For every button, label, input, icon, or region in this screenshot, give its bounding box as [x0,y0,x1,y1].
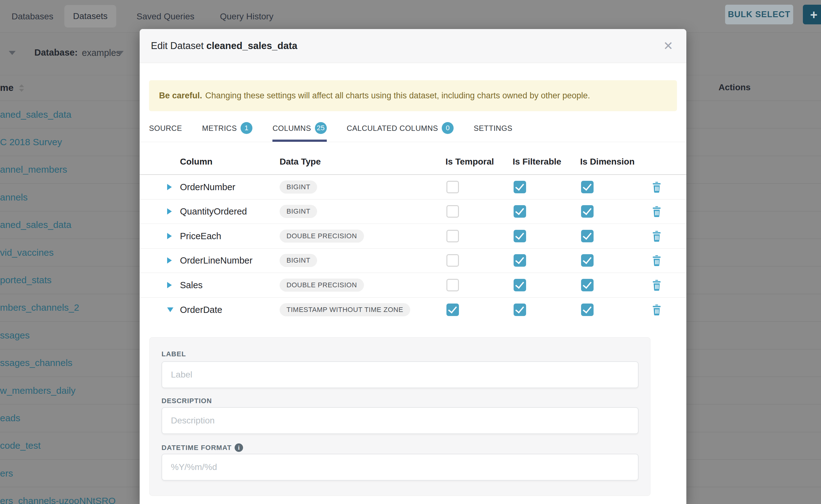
dataset-link[interactable]: C 2018 Survey [0,137,62,147]
modal-title-dataset-name: cleaned_sales_data [206,40,297,51]
data-type-badge: TIMESTAMP WITHOUT TIME ZONE [279,303,410,316]
bulk-select-button[interactable]: BULK SELECT [725,5,793,24]
delete-column-button[interactable] [651,255,662,266]
dataset-link[interactable]: aned_sales_data [0,220,72,230]
warning-text: Changing these settings will affect all … [205,91,590,101]
dataset-link[interactable]: code_test [0,440,41,451]
datetime-format-input[interactable] [161,454,639,481]
is-filterable-checkbox[interactable] [514,304,526,316]
columns-table-body: OrderNumberBIGINTQuantityOrderedBIGINTPr… [140,175,686,322]
nav-item-databases[interactable]: Databases [12,0,53,33]
expand-caret-icon[interactable] [167,257,172,264]
is-temporal-checkbox[interactable] [447,254,459,267]
calculated-columns-count-badge: 0 [442,122,454,134]
expand-caret-icon[interactable] [167,233,172,239]
dataset-link[interactable]: aned_sales_data [0,109,72,120]
header-is-dimension: Is Dimension [580,157,635,167]
nav-item-query-history[interactable]: Query History [220,0,273,33]
collapse-caret-icon[interactable] [167,307,173,312]
is-filterable-checkbox[interactable] [514,279,526,291]
is-temporal-checkbox[interactable] [447,230,459,242]
nav-item-datasets-active[interactable]: Datasets [64,5,116,27]
dataset-link[interactable]: annel_members [0,164,67,175]
dataset-link[interactable]: ssages [0,330,30,341]
is-dimension-checkbox[interactable] [581,279,594,291]
name-column-header: me [0,82,13,93]
column-name: PriceEach [180,231,221,241]
is-dimension-checkbox[interactable] [581,181,594,193]
is-dimension-checkbox[interactable] [581,230,594,242]
modal-tabs: SOURCE METRICS 1 COLUMNS 25 CALCULATED C… [140,119,686,142]
delete-column-button[interactable] [651,304,662,315]
column-row: PriceEachDOUBLE PRECISION [140,224,686,249]
is-dimension-checkbox[interactable] [581,254,594,267]
data-type-badge: BIGINT [279,254,317,267]
column-row: OrderDateTIMESTAMP WITHOUT TIME ZONE [140,298,686,322]
expand-caret-icon[interactable] [167,184,172,190]
database-filter-label: Database: [34,47,78,58]
is-filterable-checkbox[interactable] [514,230,526,242]
chevron-down-icon[interactable] [117,51,124,55]
datetime-format-field-label: DATETIME FORMAT i [161,443,243,452]
dataset-link[interactable]: w_members_daily [0,385,76,396]
is-temporal-checkbox[interactable] [447,205,459,218]
add-dataset-button[interactable]: + [803,5,821,24]
is-dimension-checkbox[interactable] [581,304,594,316]
sort-icon[interactable] [18,84,25,94]
tab-label: SOURCE [149,124,182,133]
tab-label: METRICS [202,124,237,133]
chevron-down-icon[interactable] [9,51,16,55]
column-row: OrderNumberBIGINT [140,175,686,200]
header-data-type: Data Type [279,157,321,167]
delete-column-button[interactable] [651,206,662,217]
label-field-label: LABEL [161,350,186,358]
label-input[interactable] [161,361,639,388]
dataset-link[interactable]: mbers_channels_2 [0,302,79,313]
dataset-link[interactable]: annels [0,192,27,203]
edit-dataset-modal: Edit Dataset cleaned_sales_data ✕ Be car… [140,29,686,504]
is-temporal-checkbox[interactable] [447,279,459,291]
is-filterable-checkbox[interactable] [514,205,526,218]
header-is-filterable: Is Filterable [513,157,561,167]
is-dimension-checkbox[interactable] [581,205,594,218]
tab-calculated-columns[interactable]: CALCULATED COLUMNS 0 [347,119,454,142]
description-input[interactable] [161,407,639,434]
tab-columns[interactable]: COLUMNS 25 [272,119,327,142]
is-temporal-checkbox[interactable] [447,304,459,316]
actions-column-header: Actions [719,82,751,92]
column-name: OrderLineNumber [180,255,252,266]
column-name: OrderNumber [180,182,235,192]
column-row: QuantityOrderedBIGINT [140,200,686,224]
modal-title-prefix: Edit Dataset [151,40,204,51]
data-type-badge: BIGINT [279,180,317,194]
dataset-link[interactable]: ers [0,468,13,479]
database-filter-value[interactable]: examples [82,48,121,58]
expand-caret-icon[interactable] [167,208,172,215]
column-row: SalesDOUBLE PRECISION [140,273,686,298]
delete-column-button[interactable] [651,279,662,291]
tab-settings[interactable]: SETTINGS [474,119,512,142]
tab-source[interactable]: SOURCE [149,119,182,142]
delete-column-button[interactable] [651,181,662,193]
is-filterable-checkbox[interactable] [514,181,526,193]
column-name: QuantityOrdered [180,206,247,217]
dataset-link[interactable]: ers_channels-uzooNNtSRO [0,496,116,504]
warning-banner: Be careful. Changing these settings will… [149,80,677,111]
info-icon[interactable]: i [235,443,243,452]
close-icon[interactable]: ✕ [661,38,676,53]
tab-label: CALCULATED COLUMNS [347,124,438,133]
delete-column-button[interactable] [651,230,662,242]
dataset-link[interactable]: eads [0,413,20,423]
dataset-link[interactable]: ssages_channels [0,358,72,368]
header-is-temporal: Is Temporal [446,157,494,167]
dataset-link[interactable]: ported_stats [0,275,52,285]
tab-metrics[interactable]: METRICS 1 [202,119,253,142]
nav-item-saved-queries[interactable]: Saved Queries [136,0,194,33]
is-filterable-checkbox[interactable] [514,254,526,267]
is-temporal-checkbox[interactable] [447,181,459,193]
expand-caret-icon[interactable] [167,282,172,288]
warning-bold-text: Be careful. [159,91,202,101]
dataset-link[interactable]: vid_vaccines [0,247,54,258]
tab-label: SETTINGS [474,124,512,133]
column-row: OrderLineNumberBIGINT [140,249,686,273]
